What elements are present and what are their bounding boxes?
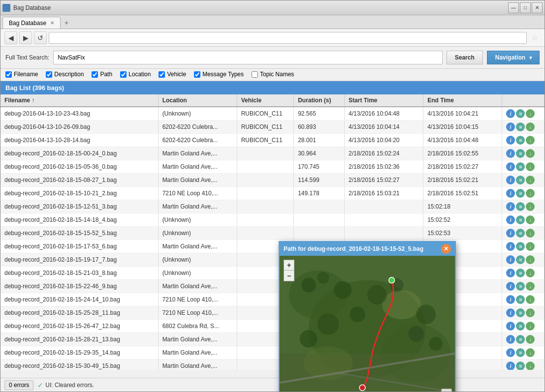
info-icon[interactable]: i <box>506 162 515 171</box>
download-icon[interactable]: ↓ <box>526 149 535 158</box>
download-icon[interactable]: ↓ <box>526 322 535 331</box>
info-icon[interactable]: i <box>506 308 515 317</box>
download-icon[interactable]: ↓ <box>526 308 535 317</box>
grid-icon[interactable]: ⊞ <box>516 189 525 198</box>
filter-path-checkbox[interactable] <box>92 71 98 78</box>
download-icon[interactable]: ↓ <box>526 136 535 145</box>
col-start-time[interactable]: Start Time <box>345 94 423 107</box>
info-icon[interactable]: i <box>506 136 515 145</box>
info-icon[interactable]: i <box>506 109 515 118</box>
grid-icon[interactable]: ⊞ <box>516 229 525 238</box>
info-icon[interactable]: i <box>506 295 515 304</box>
active-tab[interactable]: Bag Database ✕ <box>2 17 61 29</box>
col-vehicle[interactable]: Vehicle <box>237 94 294 107</box>
col-filename[interactable]: Filename ↑ <box>0 94 158 107</box>
col-end-time[interactable]: End Time <box>423 94 502 107</box>
info-icon[interactable]: i <box>506 149 515 158</box>
grid-icon[interactable]: ⊞ <box>516 295 525 304</box>
grid-icon[interactable]: ⊞ <box>516 242 525 251</box>
search-input[interactable] <box>53 51 443 64</box>
cell-location: Martin Goland Ave,... <box>158 240 237 253</box>
filter-path[interactable]: Path <box>92 71 112 78</box>
download-icon[interactable]: ↓ <box>526 282 535 291</box>
popup-close-button[interactable]: ✕ <box>441 244 451 254</box>
search-button[interactable]: Search <box>447 51 483 64</box>
navigation-dropdown[interactable]: Navigation ▼ <box>487 51 540 64</box>
grid-icon[interactable]: ⊞ <box>516 269 525 277</box>
grid-icon[interactable]: ⊞ <box>516 162 525 171</box>
info-icon[interactable]: i <box>506 215 515 224</box>
filter-location-checkbox[interactable] <box>120 71 127 78</box>
download-icon[interactable]: ↓ <box>526 109 535 118</box>
info-icon[interactable]: i <box>506 255 515 264</box>
info-icon[interactable]: i <box>506 242 515 251</box>
download-icon[interactable]: ↓ <box>526 242 535 251</box>
download-icon[interactable]: ↓ <box>526 348 535 357</box>
bookmark-icon[interactable]: ☆ <box>529 32 541 44</box>
map-info-button[interactable]: i <box>441 389 452 392</box>
maximize-button[interactable]: □ <box>520 2 531 13</box>
grid-icon[interactable]: ⊞ <box>516 109 525 118</box>
download-icon[interactable]: ↓ <box>526 202 535 211</box>
download-icon[interactable]: ↓ <box>526 255 535 264</box>
info-icon[interactable]: i <box>506 362 515 370</box>
filter-vehicle-checkbox[interactable] <box>159 71 165 78</box>
info-icon[interactable]: i <box>506 348 515 357</box>
zoom-in-button[interactable]: + <box>284 260 294 271</box>
grid-icon[interactable]: ⊞ <box>516 202 525 211</box>
grid-icon[interactable]: ⊞ <box>516 335 525 344</box>
filter-location[interactable]: Location <box>120 71 151 78</box>
filter-filename-checkbox[interactable] <box>5 71 12 78</box>
filter-message-types[interactable]: Message Types <box>194 71 244 78</box>
grid-icon[interactable]: ⊞ <box>516 362 525 370</box>
info-icon[interactable]: i <box>506 282 515 291</box>
filter-description-checkbox[interactable] <box>46 71 52 78</box>
grid-icon[interactable]: ⊞ <box>516 322 525 331</box>
download-icon[interactable]: ↓ <box>526 176 535 184</box>
grid-icon[interactable]: ⊞ <box>516 282 525 291</box>
download-icon[interactable]: ↓ <box>526 269 535 277</box>
grid-icon[interactable]: ⊞ <box>516 176 525 184</box>
filter-description[interactable]: Description <box>46 71 84 78</box>
download-icon[interactable]: ↓ <box>526 162 535 171</box>
url-bar[interactable] <box>49 32 527 44</box>
download-icon[interactable]: ↓ <box>526 122 535 131</box>
filter-vehicle[interactable]: Vehicle <box>159 71 186 78</box>
info-icon[interactable]: i <box>506 269 515 277</box>
new-tab-button[interactable]: + <box>61 17 72 29</box>
info-icon[interactable]: i <box>506 176 515 184</box>
grid-icon[interactable]: ⊞ <box>516 122 525 131</box>
info-icon[interactable]: i <box>506 202 515 211</box>
download-icon[interactable]: ↓ <box>526 335 535 344</box>
tab-close-button[interactable]: ✕ <box>50 20 54 26</box>
filter-topic-names-checkbox[interactable] <box>252 71 258 78</box>
back-button[interactable]: ◀ <box>4 31 17 44</box>
grid-icon[interactable]: ⊞ <box>516 308 525 317</box>
filter-topic-names[interactable]: Topic Names <box>252 71 294 78</box>
grid-icon[interactable]: ⊞ <box>516 136 525 145</box>
info-icon[interactable]: i <box>506 122 515 131</box>
close-button[interactable]: ✕ <box>532 2 543 13</box>
svg-point-17 <box>429 337 443 351</box>
info-icon[interactable]: i <box>506 189 515 198</box>
info-icon[interactable]: i <box>506 229 515 238</box>
grid-icon[interactable]: ⊞ <box>516 149 525 158</box>
download-icon[interactable]: ↓ <box>526 362 535 370</box>
info-icon[interactable]: i <box>506 335 515 344</box>
download-icon[interactable]: ↓ <box>526 189 535 198</box>
download-icon[interactable]: ↓ <box>526 295 535 304</box>
minimize-button[interactable]: — <box>508 2 519 13</box>
filter-filename[interactable]: Filename <box>5 71 38 78</box>
download-icon[interactable]: ↓ <box>526 229 535 238</box>
col-duration[interactable]: Duration (s) <box>294 94 345 107</box>
grid-icon[interactable]: ⊞ <box>516 348 525 357</box>
grid-icon[interactable]: ⊞ <box>516 215 525 224</box>
forward-button[interactable]: ▶ <box>19 31 32 44</box>
download-icon[interactable]: ↓ <box>526 215 535 224</box>
info-icon[interactable]: i <box>506 322 515 331</box>
grid-icon[interactable]: ⊞ <box>516 255 525 264</box>
filter-message-types-checkbox[interactable] <box>194 71 200 78</box>
col-location[interactable]: Location <box>158 94 237 107</box>
zoom-out-button[interactable]: − <box>284 271 294 281</box>
refresh-button[interactable]: ↺ <box>34 31 47 44</box>
